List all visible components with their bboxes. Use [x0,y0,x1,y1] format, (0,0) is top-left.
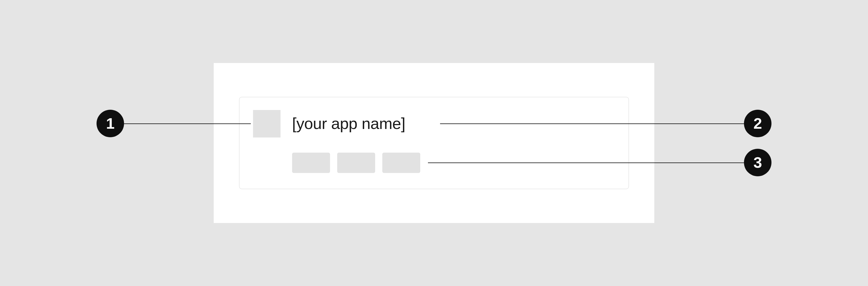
metadata-block-2 [337,153,375,173]
callout-line-1 [122,124,251,124]
app-icon-placeholder [253,110,281,137]
callout-line-3 [428,162,746,163]
metadata-block-3 [382,153,420,173]
diagram-stage: [your app name] 1 2 3 [0,0,868,286]
callout-badge-2: 2 [744,110,772,137]
metadata-block-1 [292,153,330,173]
callout-badge-3: 3 [744,149,772,176]
callout-line-2 [440,124,746,124]
callout-badge-1: 1 [96,110,124,137]
app-name-label: [your app name] [292,114,405,133]
app-row-box [239,97,629,189]
